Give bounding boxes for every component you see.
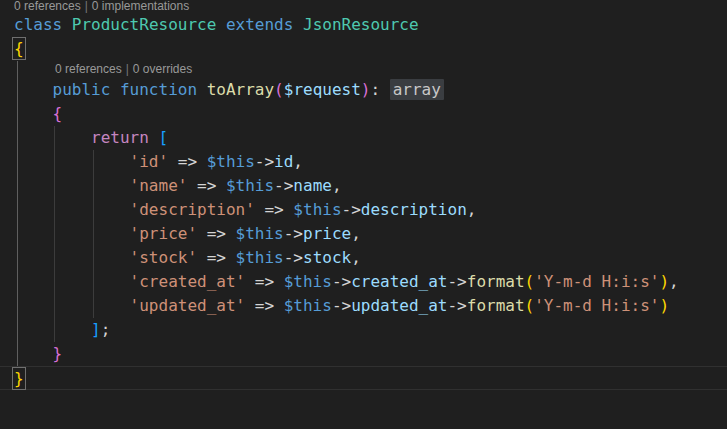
code-token: array xyxy=(390,79,444,100)
code-line[interactable]: { xyxy=(0,102,727,126)
code-token: : xyxy=(370,80,389,99)
code-token: -> xyxy=(255,152,274,171)
code-token xyxy=(14,344,53,363)
code-token: ; xyxy=(101,320,111,339)
code-line[interactable]: 'stock' => $this->stock, xyxy=(0,246,727,270)
code-token: JsonResource xyxy=(303,15,419,34)
code-token: -> xyxy=(332,296,351,315)
code-token: , xyxy=(293,152,303,171)
code-token: [ xyxy=(159,128,169,147)
code-token: $this xyxy=(207,152,255,171)
code-token: => xyxy=(197,224,236,243)
code-token xyxy=(14,104,53,123)
code-token: } xyxy=(53,344,63,363)
code-editor[interactable]: 0 references|0 implementationsclass Prod… xyxy=(0,0,727,429)
code-token: ( xyxy=(525,296,535,315)
code-token: -> xyxy=(284,248,303,267)
code-token: stock xyxy=(303,248,351,267)
code-token xyxy=(62,15,72,34)
codelens-row: 0 references|0 implementations xyxy=(0,0,727,13)
code-line[interactable]: { xyxy=(0,37,727,61)
indent-guide xyxy=(93,150,94,318)
code-token: -> xyxy=(447,296,466,315)
code-token: format xyxy=(467,272,525,291)
code-token xyxy=(14,176,130,195)
code-token: 'price' xyxy=(130,224,197,243)
code-token: 'Y-m-d H:i:s' xyxy=(534,296,659,315)
code-line[interactable]: 'created_at' => $this->created_at->forma… xyxy=(0,270,727,294)
code-token: created_at xyxy=(351,272,447,291)
code-line[interactable]: 'id' => $this->id, xyxy=(0,150,727,174)
codelens-overrides-link[interactable]: 0 overrides xyxy=(133,62,192,76)
code-token: , xyxy=(467,200,477,219)
code-token: => xyxy=(197,248,236,267)
codelens-divider: | xyxy=(122,62,133,76)
code-token: 'name' xyxy=(130,176,188,195)
code-token xyxy=(14,224,130,243)
codelens-references-link[interactable]: 0 references xyxy=(55,62,122,76)
code-token: => xyxy=(168,152,207,171)
code-token: name xyxy=(293,176,332,195)
code-token: ( xyxy=(525,272,535,291)
code-token xyxy=(14,248,130,267)
code-line-current[interactable]: } xyxy=(0,366,727,390)
code-token xyxy=(14,320,91,339)
code-token: -> xyxy=(447,272,466,291)
code-token: return xyxy=(91,128,149,147)
code-token: -> xyxy=(274,176,293,195)
code-token: $this xyxy=(226,176,274,195)
code-line[interactable]: 'price' => $this->price, xyxy=(0,222,727,246)
code-token: $this xyxy=(236,248,284,267)
code-token: $this xyxy=(284,296,332,315)
code-token xyxy=(216,15,226,34)
code-token: 'Y-m-d H:i:s' xyxy=(534,272,659,291)
code-token: , xyxy=(669,272,679,291)
code-token: => xyxy=(245,272,284,291)
codelens-implementations-link[interactable]: 0 implementations xyxy=(92,0,189,13)
code-token: $this xyxy=(284,272,332,291)
code-token: 'id' xyxy=(130,152,169,171)
code-line[interactable]: 'name' => $this->name, xyxy=(0,174,727,198)
code-token xyxy=(14,80,53,99)
code-token: -> xyxy=(284,224,303,243)
code-token xyxy=(149,128,159,147)
codelens-divider: | xyxy=(81,0,92,13)
code-line[interactable]: return [ xyxy=(0,126,727,150)
code-line[interactable]: 'description' => $this->description, xyxy=(0,198,727,222)
code-token xyxy=(14,272,130,291)
code-token: 'description' xyxy=(130,200,255,219)
code-token: => xyxy=(245,296,284,315)
code-token xyxy=(14,152,130,171)
code-line[interactable]: 'updated_at' => $this->updated_at->forma… xyxy=(0,294,727,318)
code-token: => xyxy=(187,176,226,195)
code-token: format xyxy=(467,296,525,315)
code-line[interactable]: class ProductResource extends JsonResour… xyxy=(0,13,727,37)
code-line[interactable]: } xyxy=(0,342,727,366)
code-token: , xyxy=(351,248,361,267)
code-token: extends xyxy=(226,15,293,34)
code-token xyxy=(14,296,130,315)
code-token: toArray xyxy=(207,80,274,99)
codelens-references-link[interactable]: 0 references xyxy=(14,0,81,13)
code-token: => xyxy=(255,200,294,219)
code-token: ProductResource xyxy=(72,15,217,34)
indent-guide xyxy=(54,126,55,342)
code-line[interactable]: ]; xyxy=(0,318,727,342)
code-token: function xyxy=(120,80,197,99)
code-token: -> xyxy=(332,272,351,291)
code-token: , xyxy=(332,176,342,195)
code-token: $this xyxy=(293,200,341,219)
code-token xyxy=(14,128,91,147)
code-token: id xyxy=(274,152,293,171)
code-token: class xyxy=(14,15,62,34)
code-token: $this xyxy=(236,224,284,243)
matched-bracket: } xyxy=(14,369,24,388)
code-line[interactable]: public function toArray($request): array xyxy=(0,78,727,102)
code-token: public xyxy=(53,80,111,99)
code-token xyxy=(110,80,120,99)
code-token: $request xyxy=(284,80,361,99)
code-token: 'updated_at' xyxy=(130,296,246,315)
matched-bracket: { xyxy=(14,39,24,58)
code-token: ) xyxy=(361,80,371,99)
code-token: ( xyxy=(274,80,284,99)
